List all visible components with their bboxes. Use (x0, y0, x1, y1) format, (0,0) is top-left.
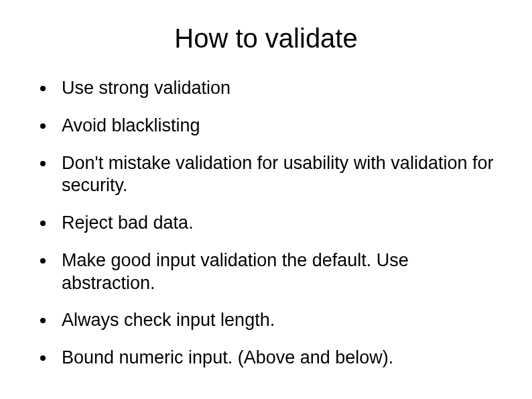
bullet-icon (40, 318, 46, 323)
bullet-text: Make good input validation the default. … (62, 249, 498, 295)
bullet-icon (40, 161, 46, 166)
bullet-icon (40, 221, 46, 226)
bullet-text: Reject bad data. (62, 212, 498, 235)
list-item: Bound numeric input. (Above and below). (40, 347, 498, 369)
bullet-icon (40, 258, 46, 264)
bullet-icon (40, 355, 46, 361)
bullet-text: Avoid blacklisting (62, 115, 498, 137)
slide-title: How to validate (34, 23, 498, 54)
list-item: Reject bad data. (40, 212, 498, 235)
list-item: Make good input validation the default. … (40, 249, 498, 295)
list-item: Use strong validation (40, 77, 498, 100)
bullet-icon (40, 86, 46, 91)
bullet-icon (40, 123, 46, 129)
list-item: Always check input length. (40, 309, 498, 332)
bullet-text: Always check input length. (62, 309, 498, 332)
bullet-list: Use strong validation Avoid blacklisting… (34, 77, 498, 369)
list-item: Don't mistake validation for usability w… (40, 152, 498, 198)
bullet-text: Use strong validation (62, 77, 498, 100)
bullet-text: Bound numeric input. (Above and below). (62, 347, 498, 369)
list-item: Avoid blacklisting (40, 115, 498, 137)
bullet-text: Don't mistake validation for usability w… (62, 152, 498, 198)
